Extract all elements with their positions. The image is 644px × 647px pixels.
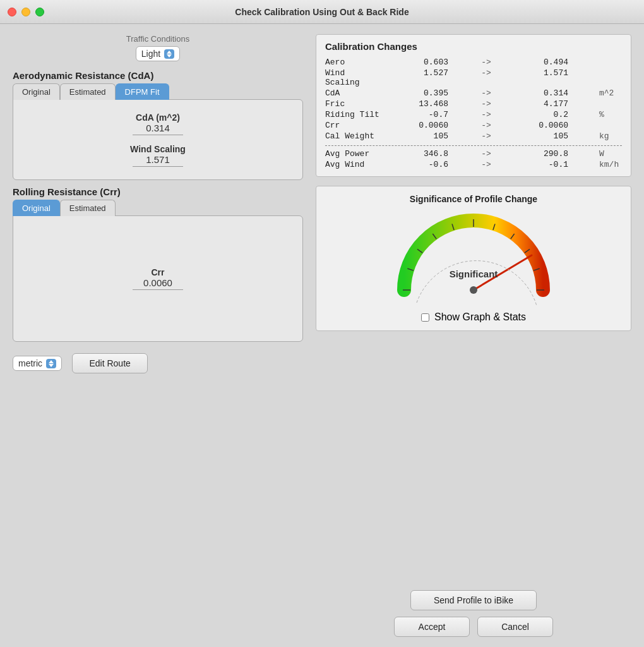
traffic-label: Traffic Conditions: [126, 34, 189, 44]
cal-to-cda: 0.314: [524, 88, 568, 98]
cal-from-avg-wind: -0.6: [410, 160, 448, 169]
cal-unit-riding-tilt: %: [597, 110, 622, 119]
cal-unit-aero: [597, 57, 622, 67]
crr-field: Crr 0.0060: [32, 267, 283, 290]
cal-label-crr: Crr: [325, 121, 382, 130]
cal-from-aero: 0.603: [410, 57, 448, 67]
gauge-svg: Significant: [385, 208, 562, 309]
cal-arrow-fric: ->: [477, 99, 496, 109]
cal-divider: [325, 144, 622, 146]
cda-value: 0.314: [133, 123, 183, 135]
cal-to-aero: 0.494: [524, 57, 568, 67]
cal-from-cal-weight: 105: [410, 131, 448, 141]
close-button[interactable]: [8, 8, 16, 16]
main-content: Traffic Conditions Light Aerodynamic Res…: [0, 24, 644, 647]
crr-value: 0.0060: [133, 277, 183, 290]
cal-to-cal-weight: 105: [524, 131, 568, 141]
aerodynamic-tabs: Original Estimated DFPM Fit: [13, 83, 303, 100]
tab-estimated-crr[interactable]: Estimated: [60, 200, 116, 216]
cal-unit-cda: m^2: [597, 88, 622, 98]
cal-arrow-riding-tilt: ->: [477, 110, 496, 119]
aerodynamic-section: Aerodynamic Resistance (CdA) Original Es…: [13, 70, 303, 180]
cal-label-cda: CdA: [325, 88, 382, 98]
cal-from-crr: 0.0060: [410, 121, 448, 130]
significance-title: Significance of Profile Change: [410, 194, 537, 204]
cal-to-avg-power: 290.8: [524, 149, 568, 159]
rolling-heading: Rolling Resistance (Crr): [13, 186, 303, 197]
cal-row-crr: Crr 0.0060 -> 0.0060: [325, 120, 622, 131]
cal-unit-avg-wind: km/h: [597, 160, 622, 169]
cal-arrow-avg-power: ->: [477, 149, 496, 159]
cal-label-aero: Aero: [325, 57, 382, 67]
cal-row-cda: CdA 0.395 -> 0.314 m^2: [325, 88, 622, 99]
tab-original-aero[interactable]: Original: [13, 83, 60, 100]
wind-scaling-field: Wind Scaling 1.571: [32, 144, 283, 167]
right-panel: Calibration Changes Aero 0.603 -> 0.494 …: [316, 34, 631, 637]
svg-point-12: [470, 286, 477, 294]
cal-to-wind-scaling: 1.571: [524, 68, 568, 87]
arrow-down-icon: [167, 54, 172, 57]
cal-from-avg-power: 346.8: [410, 149, 448, 159]
cal-row-avg-wind: Avg Wind -0.6 -> -0.1 km/h: [325, 159, 622, 170]
minimize-button[interactable]: [21, 8, 30, 16]
cal-unit-fric: [597, 99, 622, 109]
rolling-section: Rolling Resistance (Crr) Original Estima…: [13, 186, 303, 342]
show-graph-row: Show Graph & Stats: [421, 311, 526, 323]
traffic-conditions-section: Traffic Conditions Light: [13, 34, 303, 61]
cal-arrow-crr: ->: [477, 121, 496, 130]
unit-select[interactable]: metric: [13, 356, 62, 371]
window-controls[interactable]: [8, 8, 44, 16]
tab-estimated-aero[interactable]: Estimated: [60, 83, 116, 100]
calibration-table: Aero 0.603 -> 0.494 Wind Scaling 1.527 -…: [325, 57, 622, 170]
arrow-up-icon: [167, 51, 172, 54]
tab-original-crr[interactable]: Original: [13, 200, 60, 216]
title-bar: Check Calibration Using Out & Back Ride: [0, 0, 644, 24]
maximize-button[interactable]: [35, 8, 44, 16]
cal-from-cda: 0.395: [410, 88, 448, 98]
accept-cancel-row: Accept Cancel: [394, 617, 553, 637]
calibration-section: Calibration Changes Aero 0.603 -> 0.494 …: [316, 34, 631, 177]
crr-label: Crr: [151, 267, 164, 277]
cal-unit-avg-power: W: [597, 149, 622, 159]
cal-label-fric: Fric: [325, 99, 382, 109]
cal-row-fric: Fric 13.468 -> 4.177: [325, 99, 622, 109]
cal-label-avg-power: Avg Power: [325, 149, 382, 159]
cal-label-cal-weight: Cal Weight: [325, 131, 382, 141]
edit-route-button[interactable]: Edit Route: [72, 353, 148, 373]
unit-arrow-down-icon: [49, 364, 54, 367]
cal-unit-cal-weight: kg: [597, 131, 622, 141]
gauge-container: Significant: [385, 208, 562, 309]
cal-arrow-cda: ->: [477, 88, 496, 98]
cal-unit-crr: [597, 121, 622, 130]
rolling-tabs: Original Estimated: [13, 200, 303, 216]
svg-text:Significant: Significant: [450, 269, 498, 279]
cal-to-avg-wind: -0.1: [524, 160, 568, 169]
cal-row-riding-tilt: Riding Tilt -0.7 -> 0.2 %: [325, 109, 622, 120]
accept-button[interactable]: Accept: [394, 617, 470, 637]
unit-select-arrows-icon: [46, 359, 56, 368]
cal-arrow-aero: ->: [477, 57, 496, 67]
wind-scaling-label: Wind Scaling: [130, 144, 186, 154]
wind-scaling-value: 1.571: [133, 154, 183, 167]
unit-value: metric: [18, 358, 42, 368]
cancel-button[interactable]: Cancel: [477, 617, 553, 637]
cal-row-aero: Aero 0.603 -> 0.494: [325, 57, 622, 68]
cal-from-fric: 13.468: [410, 99, 448, 109]
cal-row-wind-scaling: Wind Scaling 1.527 -> 1.571: [325, 68, 622, 88]
send-profile-button[interactable]: Send Profile to iBike: [410, 590, 537, 610]
cal-arrow-cal-weight: ->: [477, 131, 496, 141]
aerodynamic-heading: Aerodynamic Resistance (CdA): [13, 70, 303, 81]
bottom-left-row: metric Edit Route: [13, 353, 303, 373]
show-graph-checkbox[interactable]: [421, 313, 429, 322]
cal-row-avg-power: Avg Power 346.8 -> 290.8 W: [325, 148, 622, 159]
traffic-select[interactable]: Light: [136, 46, 180, 61]
unit-arrow-up-icon: [49, 360, 54, 363]
calibration-title: Calibration Changes: [325, 41, 622, 52]
cal-arrow-avg-wind: ->: [477, 160, 496, 169]
cal-to-riding-tilt: 0.2: [524, 110, 568, 119]
tab-dfpm-fit[interactable]: DFPM Fit: [116, 83, 169, 100]
cal-from-wind-scaling: 1.527: [410, 68, 448, 87]
cal-label-riding-tilt: Riding Tilt: [325, 110, 382, 119]
left-panel: Traffic Conditions Light Aerodynamic Res…: [13, 34, 303, 637]
cal-from-riding-tilt: -0.7: [410, 110, 448, 119]
